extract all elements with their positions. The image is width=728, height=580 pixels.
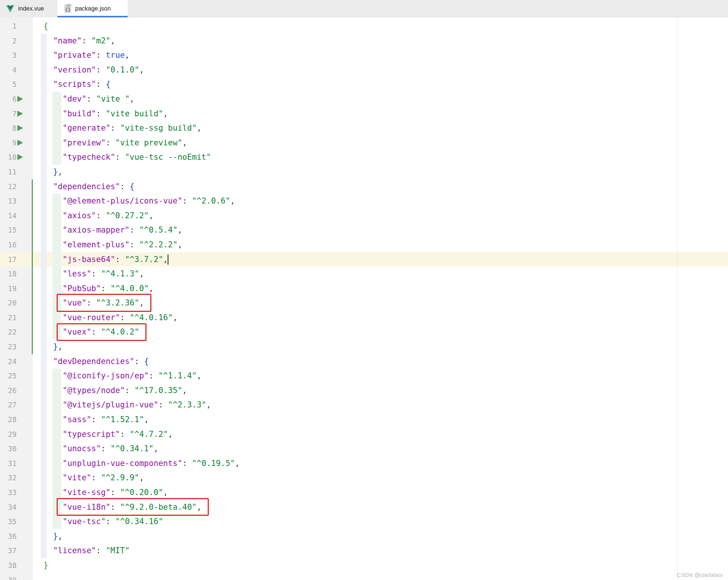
annotation-box [57,498,209,516]
code-line-37[interactable]: 37 "license": "MIT" [0,543,728,558]
line-number: 12 [0,179,17,194]
code-line-23[interactable]: 23 }, [0,339,728,354]
code-line-25[interactable]: 25 "@iconify-json/ep": "^1.1.4", [0,369,728,383]
code-line-10[interactable]: 10 "typecheck": "vue-tsc --noEmit" [0,150,728,165]
code-line-18[interactable]: 18 "less": "^4.1.3", [0,267,728,281]
line-number: 2 [0,34,17,48]
code-line-5[interactable]: 5 "scripts": { [0,77,728,92]
code-line-9[interactable]: 9 "preview": "vite preview", [0,136,728,150]
code-line-7[interactable]: 7 "build": "vite build", [0,106,728,121]
line-number: 31 [0,456,17,471]
tab-label: index.vue [18,5,44,12]
line-number: 24 [0,354,17,369]
run-script-icon[interactable] [17,140,23,146]
code-line-33[interactable]: 33 "vite-ssg": "^0.20.0", [0,485,728,500]
line-number: 11 [0,165,17,179]
line-number: 10 [0,150,17,165]
code-line-21[interactable]: 21 "vue-router": "^4.0.16", [0,310,728,325]
watermark: CSDN @ciarlatani [677,572,723,578]
code-line-27[interactable]: 27 "@vitejs/plugin-vue": "^2.3.3", [0,398,728,412]
line-number: 3 [0,48,17,63]
line-number: 23 [0,339,17,354]
code-line-29[interactable]: 29 "typescript": "^4.7.2", [0,427,728,442]
tab-label: package.json [75,5,111,12]
line-number: 15 [0,223,17,238]
line-number: 35 [0,514,17,529]
code-line-6[interactable]: 6 "dev": "vite ", [0,92,728,106]
line-number: 34 [0,500,17,515]
line-number: 4 [0,63,17,77]
line-number: 18 [0,267,17,281]
line-number: 20 [0,296,17,310]
code-line-28[interactable]: 28 "sass": "^1.52.1", [0,412,728,427]
line-number: 37 [0,543,17,558]
run-script-icon[interactable] [17,125,23,131]
code-line-36[interactable]: 36 }, [0,529,728,544]
code-line-39[interactable]: 39 [0,573,728,580]
line-number: 19 [0,281,17,296]
code-line-16[interactable]: 16 "element-plus": "^2.2.2", [0,238,728,252]
annotation-box [57,294,151,312]
tab-index-vue[interactable]: index.vue [0,0,57,17]
line-number: 16 [0,238,17,252]
line-number: 28 [0,412,17,427]
run-script-icon[interactable] [17,111,23,117]
line-number: 5 [0,77,17,92]
line-number: 32 [0,470,17,485]
code-line-35[interactable]: 35 "vue-tsc": "^0.34.16" [0,514,728,529]
code-line-13[interactable]: 13 "@element-plus/icons-vue": "^2.0.6", [0,194,728,208]
code-line-1[interactable]: 1 { [0,19,728,34]
code-line-31[interactable]: 31 "unplugin-vue-components": "^0.19.5", [0,456,728,471]
code-line-4[interactable]: 4 "version": "0.1.0", [0,63,728,77]
code-line-17[interactable]: 17 "js-base64": "^3.7.2", [0,252,728,267]
json-file-icon: {﻿} [64,5,71,13]
code-line-32[interactable]: 32 "vite": "^2.9.9", [0,470,728,485]
line-number: 33 [0,485,17,500]
line-number: 29 [0,427,17,442]
line-number: 7 [0,106,17,121]
code-line-26[interactable]: 26 "@types/node": "^17.0.35", [0,383,728,398]
code-line-14[interactable]: 14 "axios": "^0.27.2", [0,208,728,223]
line-number: 1 [0,19,17,34]
line-number: 14 [0,208,17,223]
active-tab-underline [57,16,128,17]
line-number: 22 [0,325,17,339]
code-line-12[interactable]: 12 "dependencies": { [0,179,728,194]
line-number: 17 [0,252,17,267]
line-number: 38 [0,558,17,573]
code-line-24[interactable]: 24 "devDependencies": { [0,354,728,369]
code-line-8[interactable]: 8 "generate": "vite-ssg build", [0,121,728,136]
editor-tab-bar: index.vue {﻿} package.json [0,0,728,17]
line-number: 8 [0,121,17,136]
line-number: 30 [0,441,17,456]
code-line-30[interactable]: 30 "unocss": "^0.34.1", [0,441,728,456]
line-number: 25 [0,369,17,383]
ide-window: index.vue {﻿} package.json 1 { 2 "name":… [0,0,728,580]
line-number: 13 [0,194,17,208]
run-script-icon[interactable] [17,96,23,102]
line-number: 26 [0,383,17,398]
tab-package-json[interactable]: {﻿} package.json [57,0,128,17]
line-number: 9 [0,136,17,150]
text-caret [168,255,168,265]
line-number: 6 [0,92,17,106]
vue-logo-icon [6,5,14,12]
code-line-3[interactable]: 3 "private": true, [0,48,728,63]
line-number: 27 [0,398,17,412]
code-line-15[interactable]: 15 "axios-mapper": "^0.5.4", [0,223,728,238]
code-line-38[interactable]: 38 } [0,558,728,573]
line-number: 21 [0,310,17,325]
line-number: 39 [0,573,17,580]
run-script-icon[interactable] [17,154,23,160]
annotation-box [57,323,147,341]
line-number: 36 [0,529,17,544]
code-line-2[interactable]: 2 "name": "m2", [0,34,728,48]
code-line-11[interactable]: 11 }, [0,165,728,179]
